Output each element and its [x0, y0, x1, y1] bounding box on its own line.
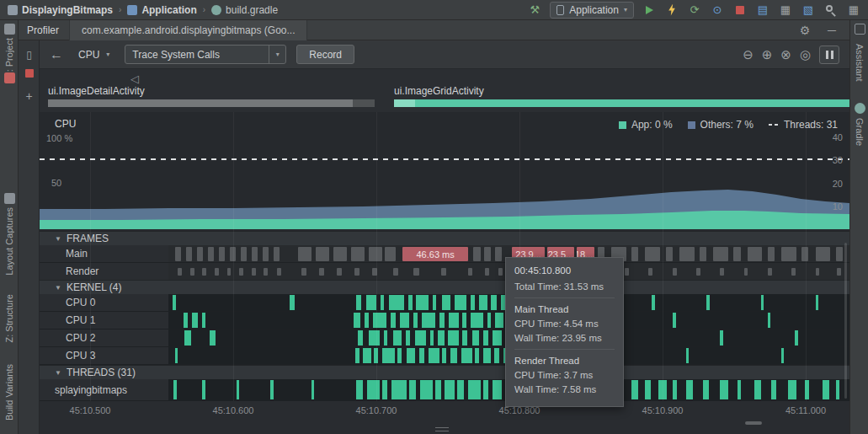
build-hammer-icon[interactable]: ⚒ — [527, 3, 542, 18]
thread-activity-segment[interactable] — [409, 380, 416, 399]
cpu-activity-segment[interactable] — [483, 348, 492, 363]
frame-bar[interactable] — [354, 268, 359, 276]
frame-bar[interactable] — [274, 247, 280, 261]
cpu-activity-segment[interactable] — [381, 295, 384, 310]
kernel-cpu1-row[interactable]: CPU 1 — [40, 312, 849, 330]
cpu-activity-segment[interactable] — [397, 348, 402, 363]
cpu-activity-segment[interactable] — [761, 295, 764, 310]
cpu-activity-segment[interactable] — [363, 348, 371, 363]
cpu-activity-segment[interactable] — [471, 295, 475, 310]
cpu-activity-segment[interactable] — [483, 330, 488, 346]
cpu-activity-segment[interactable] — [202, 313, 205, 328]
resize-grip[interactable] — [435, 427, 449, 431]
sidebar-item-layout-captures[interactable]: Layout Captures — [0, 193, 19, 276]
device-manager-icon[interactable]: ▤ — [755, 3, 770, 18]
back-icon[interactable]: ← — [50, 47, 63, 62]
cpu-activity-segment[interactable] — [356, 295, 361, 310]
frame-bar[interactable] — [316, 247, 329, 261]
thread-activity-segment[interactable] — [312, 380, 314, 399]
frame-bar[interactable] — [178, 268, 182, 276]
cpu-activity-segment[interactable] — [407, 348, 415, 363]
search-icon[interactable] — [823, 3, 839, 18]
frame-bar[interactable] — [369, 247, 382, 261]
cpu-activity-segment[interactable] — [462, 313, 466, 328]
cpu-activity-segment[interactable] — [781, 348, 783, 363]
cpu-activity-segment[interactable] — [391, 313, 396, 328]
frame-bar[interactable] — [836, 247, 843, 261]
frame-bar[interactable] — [801, 247, 808, 261]
cpu-activity-segment[interactable] — [413, 313, 418, 328]
cpu-activity-segment[interactable] — [384, 330, 388, 346]
frame-bar[interactable] — [700, 247, 706, 261]
frame-bar[interactable] — [744, 268, 748, 276]
frame-bar[interactable] — [679, 247, 695, 261]
thread-activity-segment[interactable] — [202, 380, 205, 399]
frame-bar[interactable] — [277, 268, 281, 276]
sync-project-icon[interactable]: ▧ — [801, 3, 816, 18]
thread-activity-segment[interactable] — [738, 380, 742, 399]
thread-activity-segment[interactable] — [686, 380, 693, 399]
cpu-activity-segment[interactable] — [192, 313, 198, 328]
frames-section-header[interactable]: ▼ FRAMES — [40, 231, 849, 245]
cpu-activity-segment[interactable] — [494, 348, 499, 363]
thread-activity-segment[interactable] — [673, 380, 677, 399]
activity-bar-grid[interactable] — [394, 99, 849, 107]
frame-bar[interactable] — [791, 268, 796, 276]
cpu-activity-segment[interactable] — [455, 295, 467, 310]
frame-bar[interactable] — [333, 247, 347, 261]
cpu-activity-segment[interactable] — [706, 295, 710, 310]
cpu-activity-segment[interactable] — [720, 330, 723, 346]
cpu-activity-segment[interactable] — [652, 295, 654, 310]
cpu-activity-segment[interactable] — [416, 295, 429, 310]
thread-activity-segment[interactable] — [457, 380, 464, 399]
frame-bar[interactable] — [816, 268, 820, 276]
cpu-activity-segment[interactable] — [433, 295, 436, 310]
thread-activity-segment[interactable] — [237, 380, 239, 399]
thread-activity-segment[interactable] — [703, 380, 708, 399]
frame-bar[interactable] — [241, 247, 247, 261]
thread-activity-segment[interactable] — [391, 380, 407, 399]
frame-bar[interactable] — [393, 268, 398, 276]
horizontal-scrollbar[interactable] — [745, 421, 762, 425]
cpu-activity-segment[interactable] — [389, 295, 404, 310]
frame-bar[interactable] — [648, 268, 652, 276]
sidebar-item-assistant[interactable]: Assistant — [850, 44, 868, 82]
cpu-activity-segment[interactable] — [491, 295, 496, 310]
zoom-out-icon[interactable]: ⊖ — [743, 47, 754, 62]
cpu-activity-segment[interactable] — [479, 295, 487, 310]
cpu-activity-segment[interactable] — [493, 330, 502, 346]
frame-bar[interactable] — [484, 247, 491, 261]
frame-bar[interactable] — [337, 268, 342, 276]
frame-bar[interactable] — [252, 268, 256, 276]
thread-activity-segment[interactable] — [823, 380, 829, 399]
frame-bar[interactable] — [215, 268, 219, 276]
thread-activity-segment[interactable] — [435, 380, 440, 399]
logcat-icon[interactable]: ▦ — [778, 3, 793, 18]
kernel-cpu2-row[interactable]: CPU 2 — [40, 330, 849, 347]
cpu-activity-segment[interactable] — [173, 295, 176, 310]
cpu-activity-segment[interactable] — [449, 313, 458, 328]
zoom-in-icon[interactable]: ⊕ — [762, 47, 773, 62]
frame-bar[interactable] — [301, 268, 306, 276]
thread-activity-segment[interactable] — [805, 380, 809, 399]
cpu-activity-segment[interactable] — [400, 313, 409, 328]
cpu-activity-segment[interactable] — [442, 295, 450, 310]
cpu-activity-segment[interactable] — [795, 330, 797, 346]
sidebar-item-build-variants[interactable]: Build Variants — [0, 364, 19, 421]
frames-render-row[interactable]: Render — [40, 263, 849, 281]
threads-section-header[interactable]: ▼ THREADS (31) — [40, 365, 849, 379]
cpu-activity-segment[interactable] — [393, 330, 402, 346]
frame-bar[interactable] — [208, 247, 214, 261]
cpu-activity-segment[interactable] — [366, 295, 376, 310]
session-stop-icon[interactable] — [19, 69, 40, 78]
frame-bar[interactable] — [748, 247, 763, 261]
thread-activity-segment[interactable] — [367, 380, 380, 399]
activity-bar-detail[interactable] — [48, 99, 375, 107]
thread-activity-segment[interactable] — [382, 380, 387, 399]
thread-activity-segment[interactable] — [631, 380, 638, 399]
cpu-activity-segment[interactable] — [419, 348, 424, 363]
thread-activity-segment[interactable] — [658, 380, 667, 399]
frame-bar[interactable] — [319, 268, 324, 276]
profile-icon[interactable]: ⊙ — [710, 3, 725, 18]
kernel-cpu3-row[interactable]: CPU 3 — [40, 347, 849, 365]
